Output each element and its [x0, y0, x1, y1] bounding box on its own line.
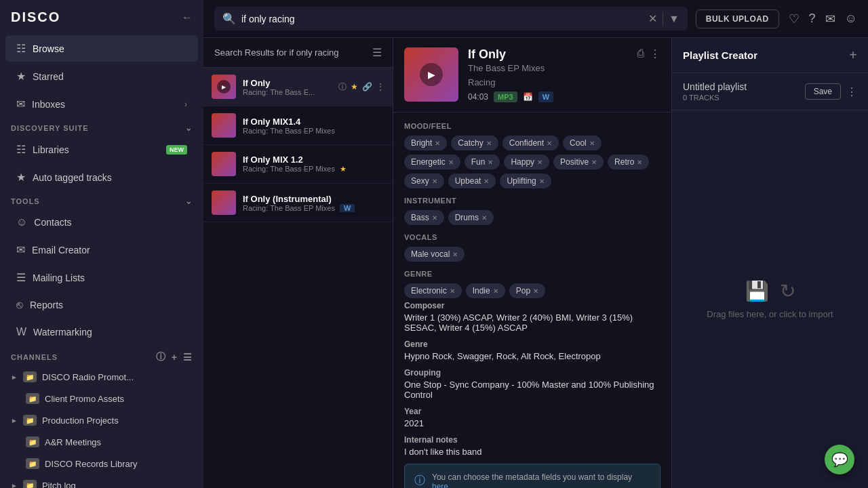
track-info-icon-1[interactable]: ⓘ	[338, 81, 347, 93]
libraries-icon: ☷	[16, 143, 26, 156]
libraries-badge: NEW	[166, 145, 187, 155]
user-icon[interactable]: ☺	[845, 12, 857, 26]
tag-catchy-remove[interactable]: ✕	[486, 140, 492, 147]
pitch-log-chevron-icon: ►	[11, 482, 18, 489]
sidebar-item-starred[interactable]: ★ Starred	[5, 63, 198, 89]
tag-male-vocal-remove[interactable]: ✕	[452, 251, 458, 258]
playlist-upload-icon: 💾	[745, 280, 769, 302]
channel-production-projects[interactable]: ► 📁 Production Projects	[0, 409, 203, 431]
tag-uplifting-remove[interactable]: ✕	[539, 178, 545, 185]
year-row: Year 2021	[404, 407, 660, 428]
search-input[interactable]	[241, 14, 643, 24]
collapse-icon[interactable]: ←	[182, 12, 193, 24]
playlist-save-button[interactable]: Save	[805, 83, 841, 100]
info-banner: ⓘ You can choose the metadata fields you…	[404, 464, 660, 488]
detail-thumb[interactable]: ▶	[404, 47, 458, 102]
playlist-import-icon: ↻	[780, 280, 795, 302]
channels-add-icon[interactable]: +	[172, 352, 178, 363]
sidebar-item-watermarking[interactable]: W Watermarking	[5, 319, 198, 345]
track-item-4[interactable]: If Only (Instrumental) Racing: The Bass …	[203, 184, 393, 222]
sidebar-item-starred-label: Starred	[33, 71, 64, 82]
track-more-icon-1[interactable]: ⋮	[376, 82, 384, 92]
tag-fun-remove[interactable]: ✕	[488, 159, 493, 166]
genre-detail-value: Hypno Rock, Swagger, Rock, Alt Rock, Ele…	[404, 351, 660, 361]
sidebar-item-email-creator[interactable]: ✉ Email Creator	[5, 237, 198, 263]
tag-pop-remove[interactable]: ✕	[533, 287, 538, 295]
tag-retro: Retro ✕	[608, 155, 649, 169]
channel-disco-records[interactable]: 📁 DISCO Records Library	[0, 453, 203, 474]
tag-happy-remove[interactable]: ✕	[537, 159, 542, 166]
tools-header[interactable]: TOOLS ⌄	[0, 191, 203, 209]
track-item-3[interactable]: If Only MIX 1.2 Racing: The Bass EP Mixe…	[203, 145, 393, 184]
tag-positive-remove[interactable]: ✕	[591, 159, 597, 166]
channel-pitch-log[interactable]: ► 📁 Pitch log	[0, 474, 203, 488]
sidebar-item-libraries[interactable]: ☷ Libraries NEW	[5, 136, 198, 163]
sidebar-item-auto-tagged-label: Auto tagged tracks	[33, 172, 112, 183]
tag-upbeat-remove[interactable]: ✕	[484, 178, 489, 185]
sidebar-item-mailing-lists-label: Mailing Lists	[33, 272, 85, 283]
sidebar-item-auto-tagged[interactable]: ★ Auto tagged tracks	[5, 164, 198, 190]
sidebar-item-inboxes[interactable]: ✉ Inboxes ›	[5, 91, 198, 117]
channels-info-icon[interactable]: ⓘ	[156, 351, 166, 363]
track-thumb-3	[212, 152, 236, 176]
detail-panel: ▶ If Only The Bass EP Mixes Racing 04:03…	[393, 38, 671, 488]
search-bar-container: 🔍 ✕ ▼	[214, 7, 688, 30]
tag-bass-remove[interactable]: ✕	[432, 214, 437, 222]
sidebar-item-reports-label: Reports	[30, 300, 63, 310]
track-play-button-1[interactable]: ▶	[217, 80, 231, 94]
tag-confident-remove[interactable]: ✕	[547, 140, 552, 147]
discovery-suite-header[interactable]: DISCOVERY SUITE ⌄	[0, 118, 203, 136]
track-item-1[interactable]: ▶ If Only Racing: The Bass E... ⓘ ★ 🔗 ⋮	[203, 68, 393, 106]
production-projects-chevron-icon: ►	[11, 417, 18, 424]
composer-value: Writer 1 (30%) ASCAP, Writer 2 (40%) BMI…	[404, 312, 660, 333]
search-dropdown-icon[interactable]: ▼	[663, 13, 679, 25]
track-link-icon-1[interactable]: 🔗	[362, 82, 372, 92]
playlist-drop-area[interactable]: 💾 ↻ Drag files here, or click to import	[672, 110, 868, 488]
search-results-title: Search Results for if only racing	[214, 47, 339, 58]
bulk-upload-button[interactable]: BULK UPLOAD	[696, 9, 779, 28]
clear-search-icon[interactable]: ✕	[648, 12, 657, 25]
inboxes-chevron-icon: ›	[184, 100, 187, 109]
search-panel: Search Results for if only racing ☰ ▶ If…	[203, 38, 393, 488]
tag-indie-remove[interactable]: ✕	[493, 287, 498, 295]
detail-more-icon[interactable]: ⋮	[650, 47, 660, 60]
heart-icon[interactable]: ♡	[789, 12, 800, 26]
sidebar-item-mailing-lists[interactable]: ☰ Mailing Lists	[5, 264, 198, 291]
email-creator-icon: ✉	[16, 243, 25, 256]
sidebar-item-browse-label: Browse	[33, 43, 64, 54]
tag-retro-remove[interactable]: ✕	[637, 159, 642, 166]
question-icon[interactable]: ?	[809, 12, 816, 26]
track-sub-4: Racing: The Bass EP Mixes W	[243, 204, 384, 212]
playlist-add-icon[interactable]: +	[849, 47, 857, 63]
track-item-2[interactable]: If Only MIX1.4 Racing: The Bass EP Mixes	[203, 106, 393, 145]
sidebar-item-browse[interactable]: ☷ Browse	[5, 35, 198, 62]
tag-confident: Confident ✕	[502, 136, 559, 150]
tag-electronic-remove[interactable]: ✕	[450, 287, 455, 295]
bell-icon[interactable]: ✉	[825, 12, 835, 26]
genre-detail-label: Genre	[404, 340, 660, 349]
channel-client-promo[interactable]: 📁 Client Promo Assets	[0, 388, 203, 409]
channel-ar-meetings[interactable]: 📁 A&R Meetings	[0, 431, 203, 453]
detail-share-icon[interactable]: ⎙	[637, 47, 644, 60]
detail-play-button[interactable]: ▶	[420, 63, 443, 86]
tag-sexy-remove[interactable]: ✕	[432, 178, 437, 185]
info-banner-link[interactable]: here.	[432, 482, 450, 488]
channels-filter-icon[interactable]: ☰	[183, 352, 193, 363]
detail-calendar-icon[interactable]: 📅	[523, 92, 533, 102]
playlist-header: Playlist Creator +	[672, 38, 868, 73]
tag-bright-remove[interactable]: ✕	[435, 140, 440, 147]
track-star-icon-1[interactable]: ★	[351, 82, 358, 92]
tag-drums-remove[interactable]: ✕	[481, 214, 487, 222]
sidebar-item-reports[interactable]: ⎋ Reports	[5, 292, 198, 318]
contacts-icon: ☺	[16, 216, 27, 228]
internal-notes-row: Internal notes I don't like this band	[404, 435, 660, 457]
disco-radio-chevron-icon: ►	[11, 373, 18, 381]
chat-bubble[interactable]: 💬	[825, 445, 854, 474]
filter-icon[interactable]: ☰	[372, 46, 382, 59]
channels-header[interactable]: CHANNELS ⓘ + ☰	[0, 346, 203, 366]
sidebar-item-contacts[interactable]: ☺ Contacts	[5, 209, 198, 235]
tag-cool-remove[interactable]: ✕	[589, 140, 595, 147]
tag-energetic-remove[interactable]: ✕	[448, 159, 454, 166]
channel-disco-radio[interactable]: ► 📁 DISCO Radio Promot...	[0, 366, 203, 388]
playlist-more-icon[interactable]: ⋮	[846, 85, 857, 98]
